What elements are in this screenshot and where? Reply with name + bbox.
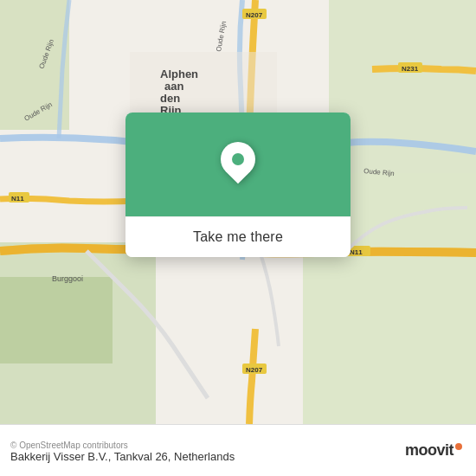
- take-me-there-button[interactable]: Take me there: [125, 216, 351, 257]
- svg-text:Alphen: Alphen: [160, 68, 198, 80]
- moovit-dot: [455, 443, 462, 450]
- svg-text:N231: N231: [402, 65, 419, 73]
- svg-rect-2: [0, 277, 113, 363]
- svg-text:N207: N207: [246, 366, 263, 374]
- svg-text:N11: N11: [350, 248, 363, 256]
- svg-text:Burggooi: Burggooi: [52, 274, 83, 283]
- svg-text:aan: aan: [164, 80, 183, 93]
- pin-head: [214, 135, 263, 184]
- popup-card: Take me there: [125, 113, 351, 257]
- svg-text:N207: N207: [246, 11, 263, 19]
- location-title: Bakkerij Visser B.V., Tankval 26, Nether…: [10, 450, 235, 463]
- svg-text:N11: N11: [11, 195, 24, 203]
- map-container: N11 N11 N11 N207 N207 N231 N11 Alphen aa…: [0, 0, 476, 424]
- moovit-text: moovit: [405, 441, 453, 460]
- svg-text:den: den: [160, 92, 180, 105]
- bottom-bar: © OpenStreetMap contributors Bakkerij Vi…: [0, 424, 476, 476]
- popup-map-area: [125, 113, 351, 216]
- pin-dot: [232, 153, 244, 165]
- copyright-text: © OpenStreetMap contributors: [10, 441, 235, 450]
- bottom-info: © OpenStreetMap contributors Bakkerij Vi…: [10, 439, 235, 463]
- moovit-logo: moovit: [405, 441, 462, 460]
- location-pin: [219, 142, 257, 187]
